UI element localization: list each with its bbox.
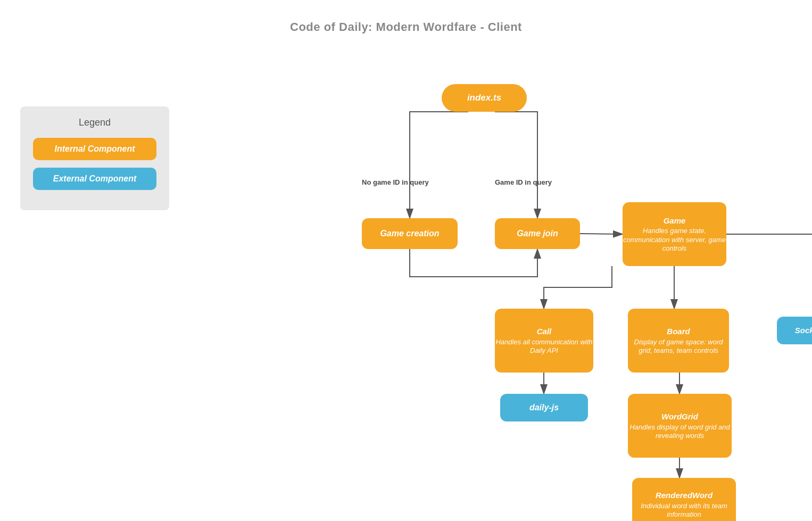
node-game-join: Game join <box>495 218 580 249</box>
node-game: Game Handles game state, communication w… <box>623 202 726 266</box>
node-board: Board Display of game space: word grid, … <box>628 309 729 373</box>
page-title: Code of Daily: Modern Wordfare - Client <box>0 0 812 34</box>
node-game-creation: Game creation <box>362 218 458 249</box>
legend-box: Legend Internal Component External Compo… <box>20 106 169 210</box>
node-index: index.ts <box>442 84 527 112</box>
label-game-id: Game ID in query <box>495 178 552 186</box>
node-socket: Socket.IO Socket <box>777 317 812 344</box>
legend-internal: Internal Component <box>33 138 156 160</box>
node-renderedword: RenderedWord Individual word with its te… <box>632 478 736 521</box>
node-call: Call Handles all communication with Dail… <box>495 309 593 373</box>
legend-title: Legend <box>33 117 156 128</box>
node-wordgrid: WordGrid Handles display of word grid an… <box>628 394 732 458</box>
node-daily: daily-js <box>500 394 588 421</box>
label-no-game-id: No game ID in query <box>362 178 429 186</box>
diagram: No game ID in query Game ID in query ind… <box>181 48 812 521</box>
legend-external: External Component <box>33 168 156 190</box>
